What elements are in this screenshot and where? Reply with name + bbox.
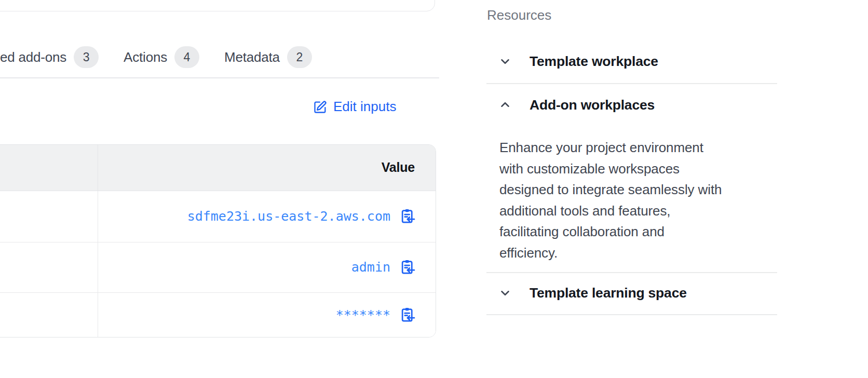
accordion-title: Add-on workplaces [530,97,655,113]
tab-add-ons-count-badge: 3 [74,46,99,68]
resources-panel-title: Resources [487,7,551,23]
table-row: sdfme23i.us-east-2.aws.com [0,191,436,242]
chevron-down-icon [498,55,512,68]
accordion-title: Template workplace [530,53,658,70]
table-header-label-cell [0,145,98,191]
tab-add-ons[interactable]: ed add-ons 3 [0,46,99,68]
row-value-cell: sdfme23i.us-east-2.aws.com [98,191,436,242]
table-header-value-cell: Value [98,145,436,191]
edit-inputs-button[interactable]: Edit inputs [313,99,396,115]
table-row: admin [0,242,436,293]
accordion-add-on-workplaces[interactable]: Add-on workplaces [498,93,655,116]
panel-divider [486,314,777,315]
row-value-cell: admin [98,242,436,292]
panel-divider [486,272,777,273]
tab-metadata-label: Metadata [224,49,280,65]
table-row: ******* [0,293,436,337]
row-label-cell [0,242,98,292]
add-on-workplaces-description: Enhance your project environment with cu… [499,137,771,263]
tab-bar: ed add-ons 3 Actions 4 Metadata 2 [0,45,312,70]
copy-to-clipboard-icon[interactable] [400,259,416,275]
accordion-template-learning-space[interactable]: Template learning space [498,281,687,304]
accordion-template-workplace[interactable]: Template workplace [498,50,658,73]
chevron-up-icon [498,98,512,112]
edit-pencil-icon [313,100,328,114]
copy-to-clipboard-icon[interactable] [400,307,416,323]
row-value-cell: ******* [98,293,436,337]
row-value-text: ******* [336,307,390,322]
tab-bar-divider [0,77,439,78]
row-value-text: admin [351,260,390,275]
row-value-text: sdfme23i.us-east-2.aws.com [187,209,390,224]
tab-add-ons-label: ed add-ons [0,49,66,65]
inputs-table: Value sdfme23i.us-east-2.aws.com admin [0,144,436,338]
accordion-title: Template learning space [530,285,687,301]
row-label-cell [0,293,98,337]
tab-metadata-count-badge: 2 [287,46,312,68]
copy-to-clipboard-icon[interactable] [400,208,416,224]
edit-inputs-label: Edit inputs [333,99,396,115]
table-header-row: Value [0,145,436,191]
tab-actions-label: Actions [124,49,167,65]
panel-divider [486,83,777,84]
chevron-down-icon [498,286,512,300]
tab-actions-count-badge: 4 [174,46,199,68]
row-label-cell [0,191,98,242]
top-card-fragment [0,0,435,11]
tab-metadata[interactable]: Metadata 2 [224,46,312,68]
tab-actions[interactable]: Actions 4 [124,46,199,68]
